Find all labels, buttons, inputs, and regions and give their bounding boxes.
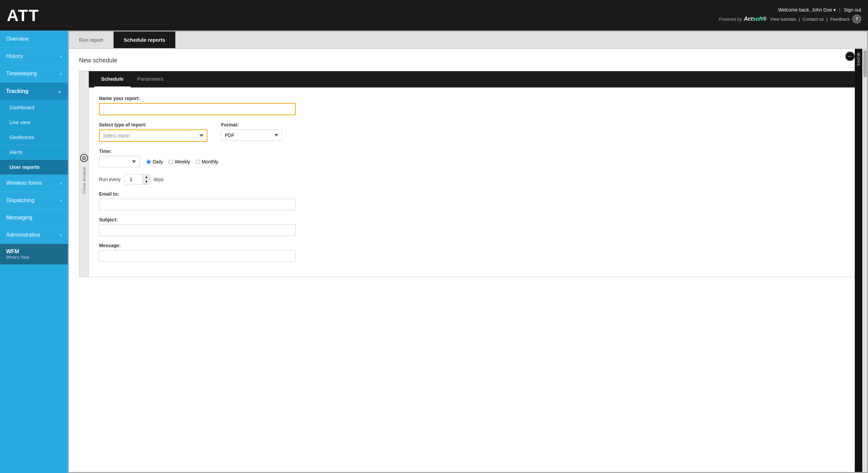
run-every-input[interactable]: 1 — [124, 175, 143, 184]
sidebar-footer: WFM What's New — [0, 244, 68, 264]
radio-weekly[interactable]: Weekly — [169, 159, 190, 164]
tab-run-report[interactable]: Run report — [69, 32, 114, 48]
stepper-buttons: ▲ ▼ — [143, 175, 150, 184]
run-every-unit: days — [154, 177, 164, 182]
message-label: Message: — [99, 243, 846, 248]
close-window-label: Close window — [82, 167, 86, 194]
email-input[interactable] — [99, 199, 296, 210]
scrollbar-track[interactable] — [862, 49, 867, 472]
form-group-type: Select type of report: Select report — [99, 122, 208, 142]
sidebar-item-tracking[interactable]: Tracking ⌄ — [0, 82, 68, 100]
help-button[interactable]: ? — [852, 15, 861, 23]
page-title: New schedule — [79, 57, 857, 64]
scrollbar-thumb[interactable] — [863, 50, 867, 77]
email-label: Email to: — [99, 191, 846, 197]
frequency-radio-group: Daily Weekly Monthly — [146, 159, 218, 164]
sidebar: Overview History › Timekeeping › Trackin… — [0, 31, 68, 473]
header-user-row: Welcome back, John Doe ▾ | Sign out — [778, 7, 861, 13]
chevron-right-icon: › — [60, 180, 62, 186]
view-tutorials-link[interactable]: View tutorials — [770, 17, 796, 22]
radio-monthly[interactable]: Monthly — [196, 159, 218, 164]
contact-us-link[interactable]: Contact us — [803, 17, 824, 22]
radio-daily[interactable]: Daily — [146, 159, 163, 164]
sidebar-sub-label: Geofences — [9, 134, 34, 140]
run-every-row: Run every 1 ▲ ▼ days — [99, 174, 846, 184]
card-body: Schedule Parameters Name your report: — [89, 71, 856, 277]
form-group-subject: Subject: — [99, 217, 846, 236]
powered-by: Powered by Actsoft® — [718, 16, 767, 22]
back-arrow-button[interactable]: ← — [845, 52, 855, 61]
sidebar-item-history[interactable]: History › — [0, 48, 68, 65]
sidebar-item-label: Overview — [6, 36, 29, 42]
report-name-input[interactable] — [99, 103, 296, 115]
main-content: Run report Schedule reports New schedule… — [68, 31, 868, 473]
sidebar-item-label: Dispatching — [6, 197, 35, 203]
page-area: New schedule ⊙ Close window — [69, 49, 867, 472]
form-group-name: Name your report: — [99, 96, 846, 115]
sign-out-link[interactable]: Sign out — [844, 7, 861, 13]
wfm-title: WFM — [6, 249, 62, 255]
sidebar-item-label: Wireless forms — [6, 180, 42, 186]
tab-schedule-reports[interactable]: Schedule reports — [114, 32, 176, 48]
sidebar-item-label: Messaging — [6, 215, 32, 221]
stepper-down-button[interactable]: ▼ — [143, 179, 150, 184]
sidebar-item-label: Administrative — [6, 232, 40, 238]
sidebar-item-label: Timekeeping — [6, 71, 37, 77]
header-links: View tutorials | Contact us | Feedback ? — [770, 15, 861, 23]
app-logo: ATT — [7, 6, 39, 25]
sidebar-item-messaging[interactable]: Messaging — [0, 209, 68, 226]
stepper-up-button[interactable]: ▲ — [143, 175, 150, 179]
sidebar-item-overview[interactable]: Overview — [0, 31, 68, 48]
sidebar-item-user-reports[interactable]: User reports — [0, 160, 68, 175]
user-chevron-icon: ▾ — [833, 7, 836, 13]
chevron-right-icon: › — [60, 232, 62, 238]
message-input[interactable] — [99, 250, 296, 262]
sidebar-item-dashboard[interactable]: Dashboard — [0, 100, 68, 115]
sidebar-item-wireless-forms[interactable]: Wireless forms › — [0, 175, 68, 192]
show-panel-tab[interactable]: SHOW — [855, 49, 862, 472]
time-row: Daily Weekly Monthly — [99, 156, 846, 167]
format-label: Format: — [221, 122, 282, 127]
time-select[interactable] — [99, 156, 140, 167]
chevron-right-icon: › — [60, 53, 62, 59]
whats-new-label: What's New — [6, 255, 62, 260]
sidebar-item-administrative[interactable]: Administrative › — [0, 226, 68, 244]
report-type-select[interactable]: Select report — [99, 130, 208, 142]
sidebar-item-alerts[interactable]: Alerts — [0, 145, 68, 160]
divider1: | — [839, 7, 841, 13]
sidebar-item-geofences[interactable]: Geofences — [0, 130, 68, 145]
header-bottom: Powered by Actsoft® View tutorials | Con… — [718, 15, 861, 23]
page-inner: New schedule ⊙ Close window — [69, 49, 867, 285]
feedback-link[interactable]: Feedback — [830, 17, 850, 22]
form-group-email: Email to: — [99, 191, 846, 210]
sidebar-item-label: History — [6, 53, 23, 59]
sidebar-sub-label: User reports — [9, 164, 40, 170]
app-header: ATT Welcome back, John Doe ▾ | Sign out … — [0, 0, 868, 31]
type-label: Select type of report: — [99, 122, 208, 127]
actsoft-logo: Actsoft® — [744, 16, 767, 22]
close-window-icon: ⊙ — [80, 154, 88, 162]
run-every-label: Run every — [99, 177, 121, 182]
sidebar-item-label: Tracking — [6, 88, 28, 94]
sidebar-item-timekeeping[interactable]: Timekeeping › — [0, 65, 68, 82]
divider3: | — [827, 17, 828, 22]
chevron-right-icon: › — [60, 197, 62, 203]
header-right: Welcome back, John Doe ▾ | Sign out Powe… — [718, 7, 861, 23]
user-greeting[interactable]: Welcome back, John Doe ▾ — [778, 7, 836, 13]
card-tabs: Schedule Parameters — [89, 71, 856, 87]
form-group-time: Time: Daily — [99, 149, 846, 167]
time-label: Time: — [99, 149, 846, 154]
card-tab-schedule[interactable]: Schedule — [94, 71, 131, 87]
sidebar-item-dispatching[interactable]: Dispatching › — [0, 192, 68, 209]
format-select[interactable]: PDF — [221, 130, 282, 141]
back-arrow-icon: ← — [847, 53, 853, 59]
subject-input[interactable] — [99, 224, 296, 236]
close-window-strip[interactable]: ⊙ Close window — [79, 71, 89, 277]
schedule-card: ⊙ Close window Schedule Parameters — [79, 71, 857, 277]
card-tab-parameters[interactable]: Parameters — [131, 71, 171, 87]
sidebar-item-live-view[interactable]: Live view — [0, 115, 68, 130]
divider2: | — [799, 17, 800, 22]
sidebar-sub-label: Dashboard — [9, 104, 34, 110]
subject-label: Subject: — [99, 217, 846, 222]
app-body: Overview History › Timekeeping › Trackin… — [0, 31, 868, 473]
